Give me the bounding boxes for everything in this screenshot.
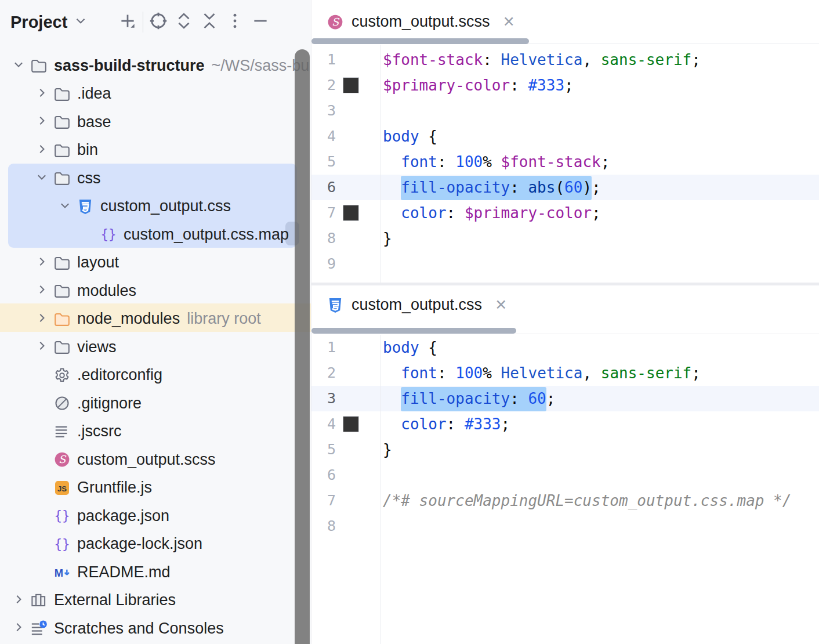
- more-options-button[interactable]: [222, 6, 248, 38]
- code-line[interactable]: 8: [311, 513, 819, 539]
- code-line[interactable]: 5}: [311, 437, 819, 462]
- tree-item--editorconfig[interactable]: .editorconfig: [0, 361, 311, 390]
- project-panel-toolbar: [115, 0, 273, 44]
- css-editor-code[interactable]: 1body {2 font: 100% Helvetica, sans-seri…: [311, 335, 819, 644]
- tree-item-gruntfile-js[interactable]: JSGruntfile.js: [0, 474, 311, 502]
- scratches-icon: [30, 620, 48, 637]
- add-button[interactable]: [115, 6, 140, 38]
- code-line[interactable]: 4body {: [311, 124, 819, 149]
- tree-item-label: custom_output.css.map: [124, 226, 289, 244]
- tree-item-external-libraries[interactable]: External Libraries: [0, 587, 311, 615]
- close-tab-icon[interactable]: ✕: [495, 296, 507, 313]
- gear-icon: [53, 367, 71, 384]
- code-line[interactable]: 3: [311, 98, 819, 124]
- tree-item--idea[interactable]: .idea: [0, 80, 311, 108]
- css-editor-hscrollbar[interactable]: [311, 328, 516, 334]
- line-number: 6: [311, 175, 336, 200]
- chevron-right-icon[interactable]: [35, 143, 48, 158]
- text-selection: fill-opacity: 60: [401, 387, 546, 411]
- code-line[interactable]: 7 color: $primary-color;: [311, 200, 819, 226]
- tree-item-css[interactable]: css: [0, 164, 311, 193]
- code-line[interactable]: 2$primary-color: #333;: [311, 73, 819, 98]
- tree-item-custom-output-css-map[interactable]: {}custom_output.css.map: [0, 220, 311, 249]
- chevron-right-icon[interactable]: [12, 621, 25, 636]
- css-icon: [77, 198, 94, 215]
- text-selection: fill-opacity: abs(60): [401, 176, 592, 200]
- color-preview-swatch[interactable]: [343, 205, 358, 220]
- folder-icon: [53, 142, 71, 159]
- locate-file-button[interactable]: [146, 6, 171, 38]
- close-tab-icon[interactable]: ✕: [503, 13, 515, 30]
- tree-item-label: modules: [77, 282, 136, 300]
- chevron-right-icon[interactable]: [35, 339, 48, 354]
- code-line[interactable]: 7/*# sourceMappingURL=custom_output.css.…: [311, 488, 819, 513]
- project-tree: sass-build-structure~/WS/sass-bu.ideabas…: [0, 52, 311, 643]
- line-number: 4: [311, 124, 336, 149]
- tree-item-custom-output-scss[interactable]: Scustom_output.scss: [0, 446, 311, 474]
- tree-item-views[interactable]: views: [0, 333, 311, 361]
- tree-item-label: package-lock.json: [77, 535, 202, 553]
- chevron-right-icon[interactable]: [12, 593, 25, 608]
- chevron-down-icon[interactable]: [73, 13, 88, 31]
- tree-item-base[interactable]: base: [0, 108, 311, 136]
- tree-item-custom-output-css[interactable]: custom_output.css: [0, 193, 311, 221]
- svg-text:{}: {}: [54, 508, 70, 523]
- tab-label: custom_output.css: [351, 296, 482, 314]
- tab-custom-output-scss[interactable]: S custom_output.scss ✕: [327, 0, 515, 44]
- project-panel-title[interactable]: Project: [10, 13, 67, 32]
- tree-item-hint: library root: [187, 310, 261, 328]
- line-number: 9: [311, 251, 336, 277]
- chevron-down-icon[interactable]: [12, 58, 25, 73]
- chevron-down-icon[interactable]: [35, 171, 48, 186]
- tree-item-package-lock-json[interactable]: {}package-lock.json: [0, 530, 311, 559]
- tree-item--jscsrc[interactable]: .jscsrc: [0, 418, 311, 446]
- collapse-all-button[interactable]: [197, 6, 222, 38]
- code-line-caret[interactable]: 3 fill-opacity: 60;: [311, 386, 819, 411]
- code-line[interactable]: 9: [311, 251, 819, 277]
- tree-item--gitignore[interactable]: .gitignore: [0, 389, 311, 418]
- tree-item-layout[interactable]: layout: [0, 249, 311, 277]
- line-number: 8: [311, 226, 336, 251]
- scss-editor-hscrollbar[interactable]: [311, 38, 529, 44]
- chevron-right-icon[interactable]: [35, 312, 48, 327]
- tree-item-readme-md[interactable]: MREADME.md: [0, 558, 311, 587]
- tree-item-package-json[interactable]: {}package.json: [0, 502, 311, 530]
- color-preview-swatch[interactable]: [343, 78, 358, 93]
- line-number: 6: [311, 462, 336, 488]
- tab-custom-output-css[interactable]: custom_output.css ✕: [327, 281, 507, 329]
- tree-item-label: views: [77, 338, 117, 356]
- js-icon: JS: [53, 479, 71, 497]
- chevron-right-icon[interactable]: [35, 86, 48, 102]
- code-line[interactable]: 6: [311, 462, 819, 488]
- chevron-down-icon[interactable]: [59, 199, 71, 214]
- tree-item-node-modules[interactable]: node_moduleslibrary root: [0, 305, 311, 334]
- tree-item-label: base: [77, 113, 111, 131]
- svg-text:JS: JS: [57, 484, 67, 493]
- chevron-right-icon[interactable]: [35, 283, 48, 298]
- tree-item-scratches-and-consoles[interactable]: Scratches and Consoles: [0, 614, 311, 643]
- hide-panel-button[interactable]: [248, 6, 273, 38]
- code-line-caret[interactable]: 6 fill-opacity: abs(60);: [311, 175, 819, 200]
- tree-item-modules[interactable]: modules: [0, 277, 311, 305]
- color-preview-swatch[interactable]: [343, 417, 358, 432]
- code-line[interactable]: 1body {: [311, 335, 819, 360]
- json-icon: {}: [53, 507, 71, 524]
- code-line[interactable]: 5 font: 100% $font-stack;: [311, 149, 819, 175]
- markdown-icon: M: [53, 563, 71, 581]
- target-icon: [148, 11, 168, 33]
- json-icon: {}: [100, 226, 117, 243]
- project-tree-scrollbar[interactable]: [295, 49, 310, 644]
- expand-all-icon: [174, 11, 194, 33]
- chevron-right-icon[interactable]: [35, 255, 48, 270]
- chevron-right-icon[interactable]: [35, 114, 48, 129]
- tree-item-label: sass-build-structure: [54, 57, 205, 75]
- expand-all-button[interactable]: [171, 6, 197, 38]
- code-line[interactable]: 8}: [311, 226, 819, 251]
- tree-item-sass-build-structure[interactable]: sass-build-structure~/WS/sass-bu: [0, 52, 311, 80]
- code-line[interactable]: 4 color: #333;: [311, 411, 819, 437]
- folder-icon: [53, 338, 71, 356]
- code-line[interactable]: 1$font-stack: Helvetica, sans-serif;: [311, 47, 819, 73]
- scss-editor-code[interactable]: 1$font-stack: Helvetica, sans-serif;2$pr…: [311, 47, 819, 282]
- tree-item-bin[interactable]: bin: [0, 136, 311, 165]
- code-line[interactable]: 2 font: 100% Helvetica, sans-serif;: [311, 360, 819, 386]
